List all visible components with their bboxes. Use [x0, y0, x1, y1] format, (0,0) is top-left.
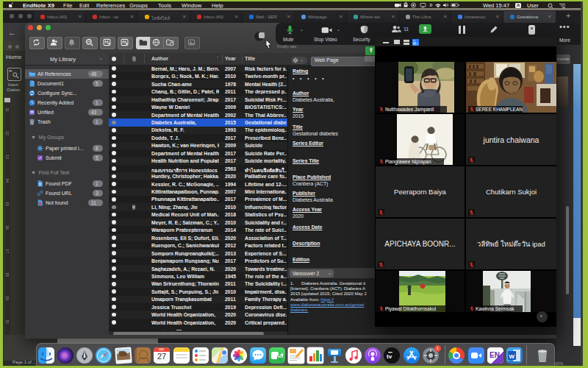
- svg-text:tv: tv: [387, 353, 392, 360]
